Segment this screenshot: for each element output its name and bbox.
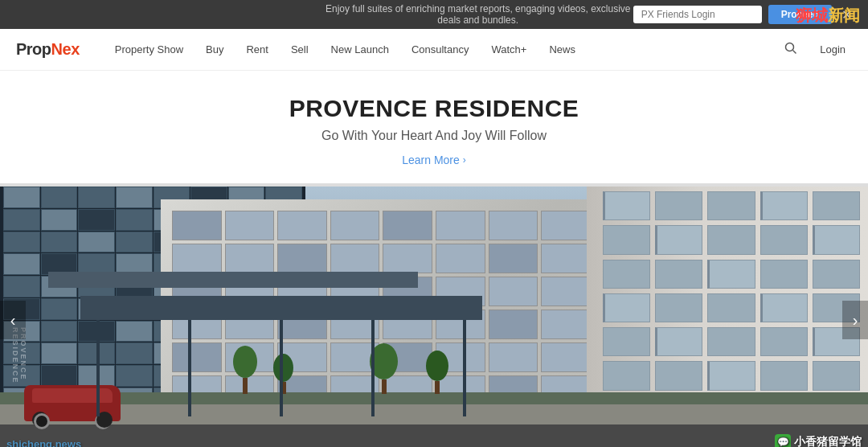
right-window-cell [603, 191, 650, 220]
svg-point-0 [786, 43, 794, 51]
nav-links: Property Show Buy Rent Sell New Launch C… [104, 29, 781, 71]
window-cell [330, 244, 380, 273]
right-window-cell [603, 225, 650, 254]
logo-nex: Nex [51, 40, 80, 58]
road [0, 424, 868, 447]
column-2 [188, 320, 191, 416]
hero-title: PROVENCE RESIDENCE [16, 95, 852, 122]
learn-more-text: Learn More [402, 154, 460, 166]
grid-cell [78, 209, 115, 231]
grid-cell [78, 232, 115, 253]
grid-cell [3, 232, 40, 253]
bottom-right-watermark: 💬 小香猪留学馆 [775, 434, 862, 447]
right-window-cell [655, 225, 702, 254]
navbar: PropNex Property Show Buy Rent Sell New … [0, 29, 868, 71]
right-window-cell [655, 260, 702, 289]
watermark-channel-name: 小香猪留学馆 [794, 435, 862, 447]
watermark-char-1: 狮城 [796, 6, 828, 24]
right-window-cell [707, 260, 755, 289]
grid-cell [3, 209, 40, 231]
hero-subtitle: Go With Your Heart And Joy Will Follow [16, 129, 852, 143]
right-window-cell [655, 293, 702, 322]
grid-cell [41, 232, 78, 253]
search-icon-button[interactable] [781, 39, 800, 61]
right-window-cell [603, 327, 650, 356]
window-cell [489, 211, 538, 240]
nav-new-launch[interactable]: New Launch [320, 29, 400, 71]
nav-consultancy[interactable]: Consultancy [400, 29, 481, 71]
entrance-canopy [80, 296, 482, 320]
nav-right: Login [781, 39, 852, 61]
right-window-cell [813, 260, 860, 289]
overhead-beam [48, 272, 418, 288]
window-cell [541, 342, 591, 372]
window-cell [277, 211, 327, 240]
svg-line-1 [793, 50, 796, 53]
grid-cell [41, 342, 78, 364]
slider-next-button[interactable]: › [842, 301, 868, 339]
grid-cell [3, 253, 40, 275]
nav-sell[interactable]: Sell [280, 29, 320, 71]
right-window-cell [813, 225, 860, 254]
window-cell [489, 244, 538, 273]
window-cell [489, 277, 538, 306]
nav-news[interactable]: News [538, 29, 587, 71]
right-window-cell [707, 361, 755, 390]
window-cell [541, 310, 591, 339]
grid-cell [3, 187, 40, 208]
grid-cell [116, 209, 153, 231]
grid-cell [78, 187, 115, 208]
grid-cell [116, 187, 153, 208]
window-cell [225, 244, 275, 273]
watermark-site-url: shicheng.news [6, 438, 81, 447]
grid-cell [41, 187, 78, 208]
right-building-windows [603, 191, 860, 424]
column-3 [280, 320, 283, 416]
notification-text: Enjoy full suites of enriching market re… [323, 3, 633, 26]
learn-more-link[interactable]: Learn More › [402, 154, 466, 166]
logo-prop: Prop [16, 40, 51, 58]
canopy-columns [96, 320, 466, 416]
right-window-cell [707, 191, 755, 220]
window-cell [541, 277, 591, 306]
right-window-cell [707, 225, 755, 254]
window-cell [436, 244, 485, 273]
window-cell [172, 244, 222, 273]
nav-watch-plus[interactable]: Watch+ [480, 29, 538, 71]
bottom-left-watermark: shicheng.news [6, 438, 81, 447]
image-border-top [0, 183, 868, 187]
nav-property-show[interactable]: Property Show [104, 29, 194, 71]
window-cell [330, 211, 380, 240]
window-cell [383, 244, 432, 273]
window-cell [489, 310, 538, 339]
nav-buy[interactable]: Buy [194, 29, 235, 71]
right-window-cell [655, 361, 702, 390]
px-friends-login-input[interactable] [633, 6, 762, 23]
login-nav-button[interactable]: Login [813, 40, 852, 59]
right-window-cell [760, 191, 808, 220]
column-4 [371, 320, 375, 416]
right-window-cell [603, 293, 650, 322]
chevron-right-icon: › [463, 154, 466, 166]
slider-prev-button[interactable]: ‹ [0, 301, 26, 339]
window-cell [436, 211, 485, 240]
hero-section: PROVENCE RESIDENCE Go With Your Heart An… [0, 71, 868, 183]
right-window-cell [655, 191, 702, 220]
column-5 [463, 320, 466, 416]
grid-cell [3, 276, 40, 297]
nav-rent[interactable]: Rent [235, 29, 279, 71]
search-icon [784, 42, 797, 55]
top-right-watermark: 狮城新闻 [796, 5, 860, 27]
window-cell [541, 211, 591, 240]
grid-cell [41, 298, 78, 320]
logo[interactable]: PropNex [16, 40, 80, 59]
column-1 [96, 320, 100, 416]
grid-cell [116, 232, 153, 253]
window-cell [172, 211, 222, 240]
right-window-cell [760, 293, 808, 322]
right-window-cell [760, 260, 808, 289]
grid-cell [41, 321, 78, 342]
right-window-cell [813, 361, 860, 390]
window-cell [277, 244, 327, 273]
hero-image: PROVENCERESIDENCE shicheng.news 💬 小香猪留学馆… [0, 183, 868, 447]
